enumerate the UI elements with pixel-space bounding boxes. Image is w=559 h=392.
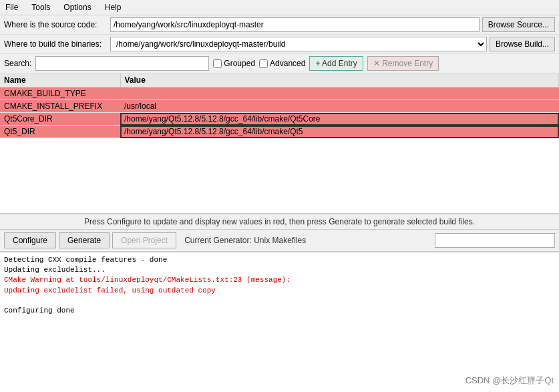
advanced-checkbox-group: Advanced xyxy=(259,59,305,68)
configure-button[interactable]: Configure xyxy=(4,232,56,248)
status-bar: Press Configure to update and display ne… xyxy=(0,214,559,230)
cell-value: /home/yang/Qt5.12.8/5.12.8/gcc_64/lib/cm… xyxy=(120,113,559,126)
watermark: CSDN @长沙红胖子Qt xyxy=(465,375,554,387)
add-entry-button[interactable]: + Add Entry xyxy=(309,56,363,71)
browse-source-button[interactable]: Browse Source... xyxy=(482,17,555,32)
generator-label: Current Generator: Unix Makefiles xyxy=(184,236,306,245)
grouped-checkbox[interactable] xyxy=(213,59,222,68)
table-row[interactable]: CMAKE_INSTALL_PREFIX/usr/local xyxy=(0,100,559,113)
output-line: Detecting CXX compile features - done xyxy=(4,255,555,265)
output-line: Updating excludelist failed, using outda… xyxy=(4,286,555,296)
table-row[interactable]: Qt5Core_DIR/home/yang/Qt5.12.8/5.12.8/gc… xyxy=(0,113,559,126)
cell-name: Qt5Core_DIR xyxy=(0,113,120,126)
cell-name: CMAKE_INSTALL_PREFIX xyxy=(0,100,120,113)
cmake-table-container: Name Value CMAKE_BUILD_TYPECMAKE_INSTALL… xyxy=(0,73,559,214)
advanced-checkbox[interactable] xyxy=(259,59,268,68)
col-header-name: Name xyxy=(0,73,120,87)
output-wrapper: Detecting CXX compile features - doneUpd… xyxy=(0,252,559,393)
app-window: File Tools Options Help Where is the sou… xyxy=(0,0,559,392)
build-binaries-label: Where to build the binaries: xyxy=(4,39,108,49)
menu-options[interactable]: Options xyxy=(61,1,94,13)
build-binaries-row: Where to build the binaries: /home/yang/… xyxy=(0,35,559,54)
bottom-buttons-row: Configure Generate Open Project Current … xyxy=(0,230,559,252)
search-row: Search: Grouped Advanced + Add Entry ✕ R… xyxy=(0,54,559,73)
table-row[interactable]: Qt5_DIR/home/yang/Qt5.12.8/5.12.8/gcc_64… xyxy=(0,126,559,138)
right-search-input[interactable] xyxy=(435,233,555,248)
menu-tools[interactable]: Tools xyxy=(29,1,53,13)
table-header-row: Name Value xyxy=(0,73,559,87)
open-project-button[interactable]: Open Project xyxy=(112,232,176,248)
build-dir-select[interactable]: /home/yang/work/src/linuxdeployqt-master… xyxy=(110,37,487,51)
advanced-label: Advanced xyxy=(270,59,305,68)
menu-file[interactable]: File xyxy=(3,1,21,13)
search-input[interactable] xyxy=(35,56,209,71)
output-area: Detecting CXX compile features - doneUpd… xyxy=(0,252,559,393)
cell-value: /usr/local xyxy=(120,100,559,113)
menu-bar: File Tools Options Help xyxy=(0,0,559,15)
output-line: Updating excludelist... xyxy=(4,265,555,275)
source-code-row: Where is the source code: Browse Source.… xyxy=(0,15,559,35)
generate-button[interactable]: Generate xyxy=(59,232,110,248)
cmake-table: Name Value CMAKE_BUILD_TYPECMAKE_INSTALL… xyxy=(0,73,559,138)
cmake-table-section: Name Value CMAKE_BUILD_TYPECMAKE_INSTALL… xyxy=(0,73,559,214)
output-line: CMake Warning at tools/linuxdeployqt/CMa… xyxy=(4,275,555,285)
grouped-checkbox-group: Grouped xyxy=(213,59,255,68)
source-code-label: Where is the source code: xyxy=(4,20,108,29)
status-message: Press Configure to update and display ne… xyxy=(84,217,475,226)
output-line xyxy=(4,296,555,306)
grouped-label: Grouped xyxy=(224,59,255,68)
search-label: Search: xyxy=(4,59,31,68)
cell-value: /home/yang/Qt5.12.8/5.12.8/gcc_64/lib/cm… xyxy=(120,126,559,138)
cell-value xyxy=(120,87,559,100)
remove-entry-button[interactable]: ✕ Remove Entry xyxy=(367,56,439,71)
table-row[interactable]: CMAKE_BUILD_TYPE xyxy=(0,87,559,100)
browse-build-button[interactable]: Browse Build... xyxy=(490,37,555,51)
menu-help[interactable]: Help xyxy=(102,1,124,13)
output-line: Configuring done xyxy=(4,306,555,316)
cell-name: CMAKE_BUILD_TYPE xyxy=(0,87,120,100)
col-header-value: Value xyxy=(120,73,559,87)
source-code-input[interactable] xyxy=(110,17,480,32)
cell-name: Qt5_DIR xyxy=(0,126,120,138)
